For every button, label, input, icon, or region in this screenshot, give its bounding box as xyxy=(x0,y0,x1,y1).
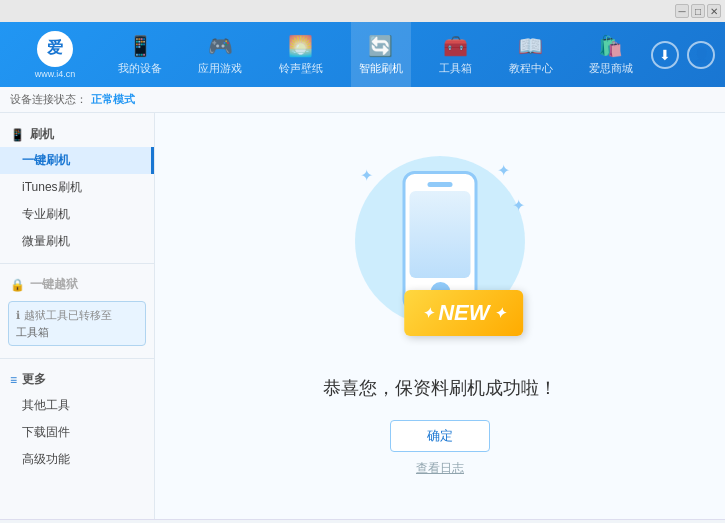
sparkle-1: ✦ xyxy=(360,166,373,185)
nav-apps-label: 应用游戏 xyxy=(198,61,242,76)
sidebar-item-itunes-flash[interactable]: iTunes刷机 xyxy=(0,174,154,201)
more-section-icon: ≡ xyxy=(10,373,17,387)
confirm-button[interactable]: 确定 xyxy=(390,420,490,452)
connection-bar: 设备连接状态： 正常模式 xyxy=(0,87,725,113)
sidebar-item-advanced[interactable]: 高级功能 xyxy=(0,446,154,473)
wallpaper-icon: 🌅 xyxy=(288,34,313,58)
download-fw-label: 下载固件 xyxy=(22,424,70,441)
sidebar-item-download-fw[interactable]: 下载固件 xyxy=(0,419,154,446)
title-bar: ─ □ ✕ xyxy=(0,0,725,22)
download-btn[interactable]: ⬇ xyxy=(651,41,679,69)
safe-flash-label: 微量刷机 xyxy=(22,233,70,250)
nav-wallpaper-label: 铃声壁纸 xyxy=(279,61,323,76)
user-btn[interactable]: 👤 xyxy=(687,41,715,69)
nav-bar: 📱 我的设备 🎮 应用游戏 🌅 铃声壁纸 🔄 智能刷机 🧰 工具箱 📖 教程中心… xyxy=(100,22,651,87)
sidebar-flash-header: 📱 刷机 xyxy=(0,122,154,147)
store-icon: 🛍️ xyxy=(598,34,623,58)
maximize-btn[interactable]: □ xyxy=(691,4,705,18)
sidebar-divider-2 xyxy=(0,358,154,359)
sidebar-section-jailbreak: 🔒 一键越狱 ℹ 越狱工具已转移至 工具箱 xyxy=(0,268,154,354)
conn-status: 正常模式 xyxy=(91,92,135,107)
close-btn[interactable]: ✕ xyxy=(707,4,721,18)
sidebar-more-header: ≡ 更多 xyxy=(0,367,154,392)
other-tools-label: 其他工具 xyxy=(22,397,70,414)
notice-title: ℹ 越狱工具已转移至 xyxy=(16,307,138,324)
notice-text: 工具箱 xyxy=(16,324,138,341)
nav-toolbox[interactable]: 🧰 工具箱 xyxy=(431,22,480,87)
nav-toolbox-label: 工具箱 xyxy=(439,61,472,76)
sidebar-section-flash: 📱 刷机 一键刷机 iTunes刷机 专业刷机 微量刷机 xyxy=(0,118,154,259)
nav-wallpaper[interactable]: 🌅 铃声壁纸 xyxy=(271,22,331,87)
sidebar-item-onekey-flash[interactable]: 一键刷机 xyxy=(0,147,154,174)
nav-smart-flash-label: 智能刷机 xyxy=(359,61,403,76)
sidebar-section-more: ≡ 更多 其他工具 下载固件 高级功能 xyxy=(0,363,154,477)
main-area: 📱 刷机 一键刷机 iTunes刷机 专业刷机 微量刷机 🔒 一键越狱 xyxy=(0,113,725,519)
advanced-label: 高级功能 xyxy=(22,451,70,468)
apps-icon: 🎮 xyxy=(208,34,233,58)
info-icon: ℹ xyxy=(16,307,20,324)
sidebar-item-pro-flash[interactable]: 专业刷机 xyxy=(0,201,154,228)
nav-store[interactable]: 🛍️ 爱思商城 xyxy=(581,22,641,87)
phone-illustration: ✦ ✦ ✦ NEW xyxy=(350,156,530,356)
logo-subtitle: www.i4.cn xyxy=(35,69,76,79)
nav-tutorial-label: 教程中心 xyxy=(509,61,553,76)
sidebar: 📱 刷机 一键刷机 iTunes刷机 专业刷机 微量刷机 🔒 一键越狱 xyxy=(0,113,155,519)
sidebar-item-other-tools[interactable]: 其他工具 xyxy=(0,392,154,419)
sidebar-flash-title: 刷机 xyxy=(30,126,54,143)
sparkle-3: ✦ xyxy=(512,196,525,215)
onekey-flash-label: 一键刷机 xyxy=(22,152,70,169)
tutorial-icon: 📖 xyxy=(518,34,543,58)
sidebar-more-title: 更多 xyxy=(22,371,46,388)
sidebar-jailbreak-title: 一键越狱 xyxy=(30,276,78,293)
header: 爱 www.i4.cn 📱 我的设备 🎮 应用游戏 🌅 铃声壁纸 🔄 智能刷机 … xyxy=(0,22,725,87)
pro-flash-label: 专业刷机 xyxy=(22,206,70,223)
sidebar-divider-1 xyxy=(0,263,154,264)
nav-my-device[interactable]: 📱 我的设备 xyxy=(110,22,170,87)
nav-apps[interactable]: 🎮 应用游戏 xyxy=(190,22,250,87)
minimize-btn[interactable]: ─ xyxy=(675,4,689,18)
phone-screen xyxy=(410,191,471,278)
sidebar-item-safe-flash[interactable]: 微量刷机 xyxy=(0,228,154,255)
toolbox-icon: 🧰 xyxy=(443,34,468,58)
flash-section-icon: 📱 xyxy=(10,128,25,142)
logo-area[interactable]: 爱 www.i4.cn xyxy=(10,31,100,79)
my-device-icon: 📱 xyxy=(128,34,153,58)
sidebar-jailbreak-header: 🔒 一键越狱 xyxy=(0,272,154,297)
log-link[interactable]: 查看日志 xyxy=(416,460,464,477)
nav-smart-flash[interactable]: 🔄 智能刷机 xyxy=(351,22,411,87)
conn-label: 设备连接状态： xyxy=(10,92,87,107)
status-bar: 自动截送 跳过向导 📱 iPhone 12 mini 64GB Down-12m… xyxy=(0,519,725,523)
lock-icon: 🔒 xyxy=(10,278,25,292)
smart-flash-icon: 🔄 xyxy=(368,34,393,58)
jailbreak-notice: ℹ 越狱工具已转移至 工具箱 xyxy=(8,301,146,346)
nav-store-label: 爱思商城 xyxy=(589,61,633,76)
content-area: ✦ ✦ ✦ NEW 恭喜您，保资料刷机成功啦！ 确定 查看日志 xyxy=(155,113,725,519)
success-message: 恭喜您，保资料刷机成功啦！ xyxy=(323,376,557,400)
new-badge: NEW xyxy=(404,290,523,336)
itunes-flash-label: iTunes刷机 xyxy=(22,179,82,196)
logo-icon: 爱 xyxy=(37,31,73,67)
nav-my-device-label: 我的设备 xyxy=(118,61,162,76)
header-actions: ⬇ 👤 xyxy=(651,41,715,69)
sparkle-2: ✦ xyxy=(497,161,510,180)
nav-tutorial[interactable]: 📖 教程中心 xyxy=(501,22,561,87)
